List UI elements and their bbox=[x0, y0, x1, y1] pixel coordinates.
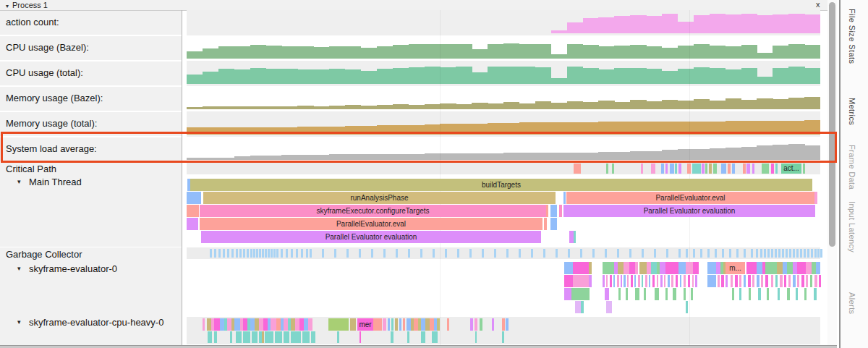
gc-tick[interactable] bbox=[256, 249, 258, 258]
slice[interactable] bbox=[668, 275, 670, 287]
slice[interactable] bbox=[230, 331, 232, 343]
slice[interactable] bbox=[765, 275, 768, 287]
slice[interactable]: ParallelEvaluator.eval bbox=[200, 218, 542, 230]
counter-track[interactable] bbox=[187, 35, 820, 61]
slice[interactable] bbox=[605, 288, 609, 300]
gc-tick[interactable] bbox=[804, 249, 806, 258]
slice[interactable] bbox=[581, 301, 584, 313]
slice[interactable] bbox=[574, 231, 576, 243]
slice[interactable] bbox=[713, 164, 717, 174]
gc-tick[interactable] bbox=[531, 249, 533, 258]
gc-tick[interactable] bbox=[568, 249, 570, 258]
sidebar-tab-input-latency[interactable]: Input Latency bbox=[848, 201, 856, 252]
gc-tick[interactable] bbox=[666, 249, 668, 258]
slice[interactable] bbox=[788, 275, 791, 287]
gc-tick[interactable] bbox=[800, 249, 802, 258]
slice[interactable] bbox=[678, 164, 681, 174]
gc-tick[interactable] bbox=[236, 249, 238, 258]
slice[interactable] bbox=[492, 318, 494, 331]
slice[interactable] bbox=[676, 275, 678, 287]
slice[interactable] bbox=[761, 275, 763, 287]
gc-tick[interactable] bbox=[807, 249, 809, 258]
gc-tick[interactable] bbox=[543, 249, 545, 258]
gc-tick[interactable] bbox=[811, 249, 813, 258]
gc-tick[interactable] bbox=[445, 249, 447, 258]
gc-tick[interactable] bbox=[408, 249, 410, 258]
slice[interactable] bbox=[589, 275, 592, 287]
slice[interactable] bbox=[252, 331, 258, 343]
slice[interactable] bbox=[780, 275, 783, 287]
slice[interactable] bbox=[735, 275, 738, 287]
slice[interactable] bbox=[631, 275, 633, 287]
slice[interactable] bbox=[778, 288, 780, 300]
slice[interactable] bbox=[359, 331, 361, 343]
slice[interactable] bbox=[728, 164, 731, 174]
slice[interactable] bbox=[688, 275, 690, 287]
slice[interactable] bbox=[626, 288, 628, 300]
slice[interactable] bbox=[784, 275, 786, 287]
gc-tick[interactable] bbox=[617, 249, 619, 258]
gc-tick[interactable] bbox=[296, 249, 298, 258]
slice[interactable] bbox=[214, 318, 220, 331]
slice[interactable] bbox=[671, 275, 673, 287]
slice[interactable] bbox=[506, 318, 509, 331]
slice[interactable] bbox=[775, 275, 778, 287]
slice[interactable] bbox=[816, 262, 820, 274]
gc-tick[interactable] bbox=[642, 249, 644, 258]
slice[interactable] bbox=[684, 288, 686, 300]
slice[interactable] bbox=[271, 318, 276, 331]
slice[interactable] bbox=[603, 275, 605, 287]
slice[interactable] bbox=[574, 164, 581, 174]
counter-track[interactable] bbox=[187, 61, 820, 86]
gc-tick[interactable] bbox=[253, 249, 255, 258]
slice[interactable] bbox=[621, 275, 622, 287]
slice[interactable] bbox=[635, 262, 638, 274]
slice[interactable] bbox=[573, 275, 589, 287]
slice[interactable] bbox=[644, 288, 646, 300]
slice[interactable] bbox=[606, 275, 608, 287]
gc-tick[interactable] bbox=[786, 249, 788, 258]
slice[interactable] bbox=[610, 275, 612, 287]
gc-tick[interactable] bbox=[820, 249, 822, 258]
slice[interactable]: Parallel Evaluator evaluation bbox=[563, 205, 815, 217]
gc-tick[interactable] bbox=[760, 249, 762, 258]
slice[interactable] bbox=[661, 164, 664, 174]
slice[interactable] bbox=[203, 318, 205, 331]
slice[interactable] bbox=[757, 275, 760, 287]
vertical-scrollbar-thumb[interactable] bbox=[829, 2, 835, 247]
slice[interactable] bbox=[328, 318, 349, 331]
gc-tick[interactable] bbox=[678, 249, 681, 258]
slice[interactable] bbox=[793, 275, 796, 287]
sidebar-tab-file-size-stats[interactable]: File Size Stats bbox=[848, 9, 856, 64]
slice[interactable] bbox=[618, 288, 621, 300]
slice[interactable] bbox=[652, 275, 655, 287]
gc-tick[interactable] bbox=[469, 249, 472, 258]
vertical-scrollbar[interactable] bbox=[827, 0, 837, 345]
gc-tick[interactable] bbox=[383, 249, 386, 258]
gc-tick[interactable] bbox=[744, 249, 746, 258]
slice[interactable] bbox=[573, 262, 589, 274]
slice[interactable] bbox=[721, 275, 724, 287]
slice[interactable] bbox=[291, 331, 301, 343]
gc-tick[interactable] bbox=[247, 249, 249, 258]
slice[interactable] bbox=[705, 164, 707, 174]
slice[interactable] bbox=[693, 262, 699, 274]
slice[interactable] bbox=[819, 275, 821, 287]
slice[interactable] bbox=[575, 301, 581, 313]
slice[interactable] bbox=[421, 331, 425, 343]
gc-tick[interactable] bbox=[227, 249, 229, 258]
slice[interactable] bbox=[571, 288, 590, 300]
gc-tick[interactable] bbox=[265, 249, 267, 258]
slice[interactable] bbox=[395, 318, 398, 331]
slice[interactable] bbox=[603, 262, 614, 274]
track-label[interactable]: skyframe-evaluator-0 bbox=[29, 263, 117, 274]
slice[interactable] bbox=[752, 275, 754, 287]
slice[interactable] bbox=[692, 164, 701, 174]
slice[interactable] bbox=[639, 262, 647, 274]
gc-tick[interactable] bbox=[715, 249, 717, 258]
slice[interactable] bbox=[686, 301, 688, 313]
slice[interactable] bbox=[814, 275, 817, 287]
slice[interactable] bbox=[726, 275, 728, 287]
slice[interactable]: Parallel Evaluator evaluation bbox=[201, 231, 541, 243]
gc-tick[interactable] bbox=[756, 249, 758, 258]
